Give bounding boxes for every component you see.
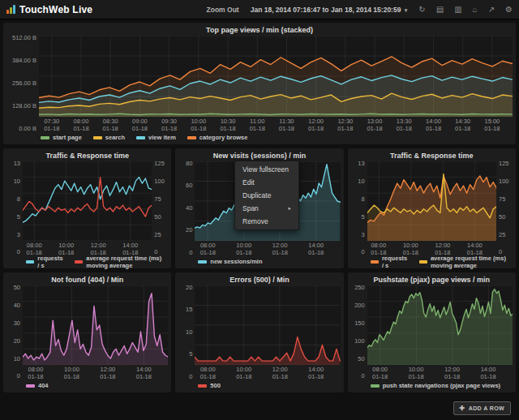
x-tick-label: 10:0001-18 bbox=[236, 366, 251, 380]
y-tick-label: 0 bbox=[499, 249, 502, 255]
plot-area[interactable] bbox=[23, 161, 152, 241]
gear-icon[interactable]: ⚙ bbox=[505, 6, 513, 14]
x-tick-label: 12:0001-18 bbox=[444, 366, 460, 380]
legend-label: search bbox=[105, 134, 125, 141]
x-tick-label: 10:3001-18 bbox=[220, 118, 235, 132]
legend-color-dash bbox=[136, 136, 145, 139]
x-tick-label: 08:0001-18 bbox=[200, 242, 216, 256]
y-tick-label: 0 bbox=[154, 249, 157, 255]
chart-traffic-response-right[interactable]: 1310853008:0001-1810:0001-1812:0001-1814… bbox=[351, 161, 513, 267]
add-row-button[interactable]: ✚ ADD A ROW bbox=[453, 401, 511, 415]
plot-area[interactable] bbox=[23, 285, 168, 365]
panel-title[interactable]: Errors (500) / Min bbox=[178, 275, 340, 285]
refresh-icon[interactable]: ↻ bbox=[418, 6, 425, 14]
legend: start pagesearchview itemcategory browse bbox=[6, 132, 513, 143]
y-tick-label: 384.00 B bbox=[12, 58, 36, 64]
share-icon[interactable]: ↗ bbox=[488, 6, 495, 14]
legend-item[interactable]: view item bbox=[136, 134, 176, 141]
time-range-picker[interactable]: Jan 18, 2014 07:16:47 to Jan 18, 2014 15… bbox=[251, 6, 408, 14]
y-tick-label: 80 bbox=[186, 161, 192, 167]
legend-color-dash bbox=[419, 260, 427, 264]
plot-area[interactable] bbox=[367, 161, 496, 241]
y-tick-label: 13 bbox=[358, 161, 364, 167]
x-tick-label: 15:0001-18 bbox=[484, 118, 500, 132]
legend-item[interactable]: category browse bbox=[187, 134, 248, 141]
legend-item[interactable]: 500 bbox=[198, 382, 221, 389]
y-axis-left: 13108530 bbox=[351, 161, 367, 256]
y-tick-label: 10 bbox=[358, 178, 364, 185]
y-tick-label: 60 bbox=[186, 182, 192, 189]
y-tick-label: 50 bbox=[154, 214, 161, 221]
panel-title[interactable]: Not found (404) / Min bbox=[6, 275, 168, 285]
x-tick-label: 10:0001-18 bbox=[403, 242, 418, 256]
y-tick-label: 100 bbox=[499, 178, 509, 185]
chart-errors-500[interactable]: 2015105008:0001-1810:0001-1812:0001-1814… bbox=[178, 285, 340, 391]
panel-title[interactable]: Traffic & Response time bbox=[351, 151, 513, 161]
legend-item[interactable]: push state navigations (pjax page views) bbox=[371, 382, 500, 389]
y-tick-label: 10 bbox=[14, 178, 20, 185]
legend: push state navigations (pjax page views) bbox=[351, 380, 513, 391]
legend-item[interactable]: search bbox=[93, 134, 125, 141]
legend-item[interactable]: start page bbox=[41, 134, 82, 141]
y-tick-label: 13 bbox=[14, 161, 20, 167]
legend-color-dash bbox=[198, 384, 207, 388]
legend-item[interactable]: average request time (ms) moving average bbox=[75, 255, 168, 269]
y-tick-label: 40 bbox=[186, 205, 192, 212]
panel-errors-500: Errors (500) / Min 2015105008:0001-1810:… bbox=[175, 272, 343, 392]
x-tick-label: 10:0001-18 bbox=[236, 242, 251, 256]
menu-item-span[interactable]: Span ▸ bbox=[235, 202, 298, 215]
x-tick-label: 14:0001-18 bbox=[467, 242, 483, 256]
y-tick-label: 3 bbox=[361, 232, 364, 238]
x-tick-label: 14:0001-18 bbox=[308, 242, 324, 256]
menu-item-duplicate[interactable]: Duplicate bbox=[235, 189, 298, 202]
panel-context-menu: View fullscreen Edit Duplicate Span ▸ Re… bbox=[234, 161, 299, 230]
x-tick-label: 14:3001-18 bbox=[455, 118, 470, 132]
open-folder-icon[interactable]: ▥ bbox=[454, 6, 461, 14]
y-tick-label: 125 bbox=[154, 161, 165, 167]
y-axis-right: 1251007550250 bbox=[496, 161, 513, 256]
zoom-out-button[interactable]: Zoom Out bbox=[207, 6, 239, 14]
x-tick-label: 12:0001-18 bbox=[100, 366, 115, 380]
y-tick-label: 0.00 B bbox=[19, 126, 36, 132]
menu-item-view-fullscreen[interactable]: View fullscreen bbox=[235, 163, 298, 176]
legend-item[interactable]: new sessions/min bbox=[198, 258, 262, 265]
x-tick-label: 10:0001-18 bbox=[191, 118, 206, 132]
plot-area[interactable] bbox=[195, 285, 340, 365]
panel-title[interactable]: Traffic & Response time bbox=[6, 151, 168, 161]
time-range-text: Jan 18, 2014 07:16:47 to Jan 18, 2014 15… bbox=[251, 6, 401, 14]
y-tick-label: 50 bbox=[14, 285, 20, 291]
y-tick-label: 20 bbox=[186, 285, 192, 291]
legend-color-dash bbox=[26, 260, 34, 264]
chart-pushstate-pjax[interactable]: 25020015010050008:0001-1810:0001-1812:00… bbox=[351, 285, 513, 391]
y-tick-label: 75 bbox=[499, 196, 505, 203]
plot-area[interactable] bbox=[39, 36, 513, 117]
brand[interactable]: TouchWeb Live bbox=[6, 4, 92, 15]
chart-traffic-response-left[interactable]: 1310853008:0001-1810:0001-1812:0001-1814… bbox=[6, 161, 168, 267]
legend-item[interactable]: average request time (ms) moving average bbox=[419, 255, 513, 269]
y-tick-label: 100 bbox=[154, 178, 165, 185]
y-tick-label: 10 bbox=[14, 356, 20, 362]
chevron-down-icon: ▾ bbox=[405, 7, 408, 13]
chart-not-found-404[interactable]: 5040302010008:0001-1810:0001-1812:0001-1… bbox=[6, 285, 168, 391]
legend-item[interactable]: 404 bbox=[26, 382, 49, 389]
y-axis-left: 50403020100 bbox=[6, 285, 23, 380]
panel-title[interactable]: Pushstate (pjax) page views / min bbox=[351, 275, 513, 285]
x-tick-label: 12:0001-18 bbox=[308, 118, 324, 132]
menu-item-remove[interactable]: Remove bbox=[235, 215, 298, 228]
y-tick-label: 5 bbox=[361, 214, 364, 221]
top-navbar: TouchWeb Live Zoom Out Jan 18, 2014 07:1… bbox=[0, 0, 519, 19]
y-tick-label: 0 bbox=[17, 373, 20, 379]
x-tick-label: 08:0001-18 bbox=[27, 242, 42, 256]
legend-color-dash bbox=[93, 136, 102, 139]
panel-title[interactable]: Top page views / min (stacked) bbox=[6, 25, 513, 36]
chart-top-page-views[interactable]: 512.00 B384.00 B256.00 B128.00 B0.00 B07… bbox=[6, 36, 513, 143]
menu-item-edit[interactable]: Edit bbox=[235, 176, 298, 189]
plot-area[interactable] bbox=[367, 285, 513, 365]
x-tick-label: 08:0001-18 bbox=[28, 366, 43, 380]
home-icon[interactable]: ⌂ bbox=[473, 6, 478, 14]
legend: requests / saverage request time (ms) mo… bbox=[351, 256, 513, 267]
y-tick-label: 30 bbox=[14, 320, 20, 327]
y-tick-label: 50 bbox=[499, 214, 505, 221]
save-icon[interactable]: ▤ bbox=[436, 6, 444, 14]
legend-label: category browse bbox=[199, 134, 248, 141]
